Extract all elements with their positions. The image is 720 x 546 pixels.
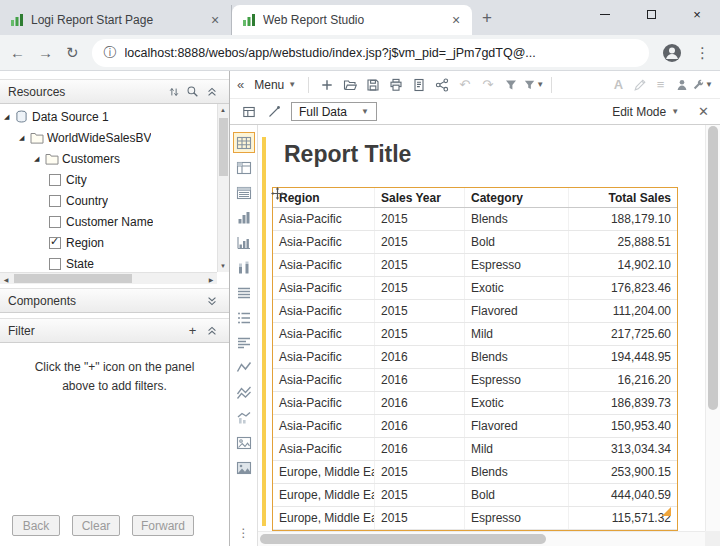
url-bar[interactable]: ⓘ localhost:8888/webos/app/webstudio/ind… xyxy=(92,39,649,67)
table-cell[interactable]: 111,204.00 xyxy=(569,300,677,322)
table-cell[interactable]: 2015 xyxy=(375,484,465,506)
scroll-thumb[interactable] xyxy=(219,118,228,176)
tab-web-report-studio[interactable]: Web Report Studio × xyxy=(232,5,472,35)
scroll-up-icon[interactable]: ▲ xyxy=(217,104,229,116)
forward-button[interactable]: Forward xyxy=(132,515,194,536)
tree-item-customer-name[interactable]: Customer Name xyxy=(0,211,217,232)
table-cell[interactable]: 176,823.46 xyxy=(569,277,677,299)
table-cell[interactable]: 186,839.73 xyxy=(569,392,677,414)
back-icon[interactable]: ← xyxy=(10,45,25,60)
table-cell[interactable]: 188,179.10 xyxy=(569,208,677,230)
tree-item-region[interactable]: Region xyxy=(0,232,217,253)
table-cell[interactable]: Mild xyxy=(465,438,569,460)
field-checkbox[interactable] xyxy=(49,195,61,207)
table-cell[interactable]: 2015 xyxy=(375,300,465,322)
profile-avatar-icon[interactable] xyxy=(662,43,682,63)
resources-panel-header[interactable]: Resources xyxy=(0,79,229,104)
align-icon[interactable]: ≡ xyxy=(650,75,671,95)
table-cell[interactable]: 2015 xyxy=(375,507,465,529)
tools-icon[interactable]: ▼ xyxy=(692,75,713,95)
menu-button[interactable]: Menu ▼ xyxy=(249,78,301,92)
table-cell[interactable]: Asia-Pacific xyxy=(273,231,375,253)
list-component-icon[interactable] xyxy=(233,282,255,303)
forward-icon[interactable]: → xyxy=(38,45,53,60)
table-cell[interactable]: Blends xyxy=(465,208,569,230)
table-cell[interactable]: Bold xyxy=(465,231,569,253)
sort-icon[interactable] xyxy=(164,83,183,101)
table-cell[interactable]: 313,034.34 xyxy=(569,438,677,460)
scroll-down-icon[interactable]: ▼ xyxy=(217,260,229,272)
tree-item-worldwidesalesbv[interactable]: ◢WorldWideSalesBV xyxy=(0,127,217,148)
table-cell[interactable]: 217,725.60 xyxy=(569,323,677,345)
open-icon[interactable] xyxy=(339,75,360,95)
table-cell[interactable]: 150,953.40 xyxy=(569,415,677,437)
table-cell[interactable]: Espresso xyxy=(465,254,569,276)
table-cell[interactable]: 2015 xyxy=(375,208,465,230)
table-cell[interactable]: Asia-Pacific xyxy=(273,208,375,230)
canvas-horizontal-scrollbar[interactable] xyxy=(258,531,705,546)
table-cell[interactable]: Exotic xyxy=(465,277,569,299)
table-cell[interactable]: 194,448.95 xyxy=(569,346,677,368)
report-title[interactable]: Report Title xyxy=(284,141,411,168)
table-cell[interactable]: Bold xyxy=(465,484,569,506)
table-cell[interactable]: Espresso xyxy=(465,507,569,529)
page-setup-icon[interactable] xyxy=(408,75,429,95)
tree-expander-icon[interactable]: ◢ xyxy=(4,113,15,121)
clear-button[interactable]: Clear xyxy=(72,515,120,536)
table-cell[interactable]: Espresso xyxy=(465,369,569,391)
table-cell[interactable]: 2015 xyxy=(375,254,465,276)
column-header[interactable]: Total Sales xyxy=(569,188,677,207)
tree-item-data-source-1[interactable]: ◢Data Source 1 xyxy=(0,106,217,127)
table-cell[interactable]: Mild xyxy=(465,323,569,345)
column-header[interactable]: Category xyxy=(465,188,569,207)
table-cell[interactable]: 2016 xyxy=(375,346,465,368)
new-tab-button[interactable]: + xyxy=(482,8,492,28)
table-cell[interactable]: 253,900.15 xyxy=(569,461,677,483)
table-cell[interactable]: Asia-Pacific xyxy=(273,300,375,322)
tab-logi-start-page[interactable]: Logi Report Start Page × xyxy=(0,5,232,35)
table-cell[interactable]: Blends xyxy=(465,461,569,483)
refresh-icon[interactable]: ↻ xyxy=(66,45,79,60)
print-icon[interactable] xyxy=(385,75,406,95)
table-cell[interactable]: Exotic xyxy=(465,392,569,414)
page-info-icon[interactable]: ⓘ xyxy=(104,44,117,62)
scroll-thumb[interactable] xyxy=(708,126,718,410)
table-cell[interactable]: Asia-Pacific xyxy=(273,369,375,391)
tab-close-icon[interactable]: × xyxy=(448,12,464,28)
user-tasks-icon[interactable] xyxy=(671,75,692,95)
layout-mode-icon[interactable] xyxy=(238,102,259,122)
save-icon[interactable] xyxy=(362,75,383,95)
tree-item-country[interactable]: Country xyxy=(0,190,217,211)
new-icon[interactable] xyxy=(316,75,337,95)
table-cell[interactable]: Asia-Pacific xyxy=(273,277,375,299)
table-cell[interactable]: 16,216.20 xyxy=(569,369,677,391)
table-cell[interactable]: 115,571.32 xyxy=(569,507,677,529)
table-cell[interactable]: 14,902.10 xyxy=(569,254,677,276)
table-cell[interactable]: 2015 xyxy=(375,461,465,483)
column-chart-component-icon[interactable] xyxy=(233,207,255,228)
table-cell[interactable]: Flavored xyxy=(465,415,569,437)
edit-mode-button[interactable]: Edit Mode ▼ xyxy=(612,105,679,119)
collapse-panel-icon[interactable] xyxy=(202,322,221,340)
combo-chart-component-icon[interactable] xyxy=(233,407,255,428)
filter-icon[interactable] xyxy=(500,75,521,95)
browser-menu-icon[interactable]: ⋮ xyxy=(695,44,710,62)
add-filter-icon[interactable]: + xyxy=(183,322,202,340)
tree-expander-icon[interactable]: ◢ xyxy=(34,155,45,163)
tree-item-city[interactable]: City xyxy=(0,169,217,190)
table-cell[interactable]: Europe, Middle Ea xyxy=(273,484,375,506)
field-checkbox[interactable] xyxy=(49,258,61,270)
move-handle-icon[interactable] xyxy=(271,186,284,199)
table-cell[interactable]: 2016 xyxy=(375,392,465,414)
field-checkbox[interactable] xyxy=(49,174,61,186)
close-window-button[interactable]: × xyxy=(674,0,720,28)
font-icon[interactable]: A xyxy=(608,75,629,95)
column-header[interactable]: Sales Year xyxy=(375,188,465,207)
banded-list-component-icon[interactable] xyxy=(233,307,255,328)
collapse-sidebar-icon[interactable]: « xyxy=(237,77,244,92)
scroll-thumb[interactable] xyxy=(260,534,546,544)
canvas-vertical-scrollbar[interactable] xyxy=(705,125,720,531)
table-cell[interactable]: Asia-Pacific xyxy=(273,438,375,460)
filter-options-icon[interactable]: ▼ xyxy=(523,75,544,95)
scroll-left-icon[interactable]: ◀ xyxy=(0,273,12,284)
